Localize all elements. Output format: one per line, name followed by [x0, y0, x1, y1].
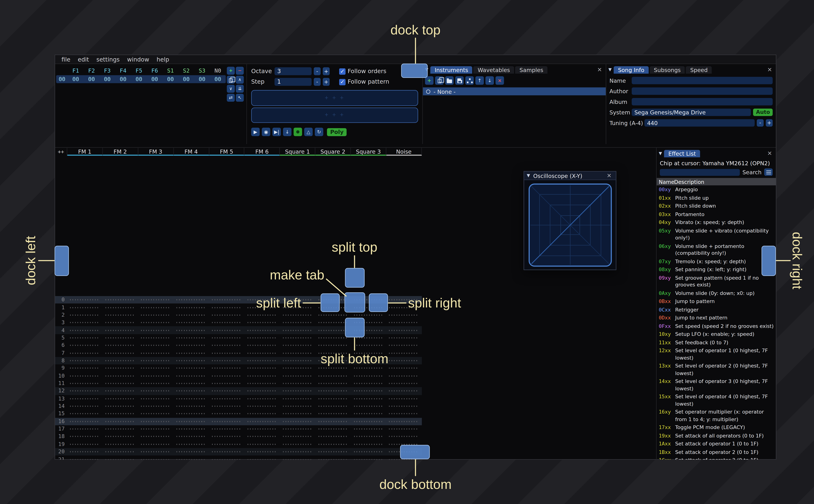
effect-row[interactable]: 0BxxJump to pattern [657, 297, 776, 305]
pattern-cell[interactable] [209, 360, 244, 361]
pattern-cell[interactable] [174, 299, 209, 300]
menu-settings[interactable]: settings [93, 55, 123, 63]
instruments-tab-samples[interactable]: Samples [515, 66, 548, 73]
effect-row[interactable]: 1BxxSet attack of operator 2 (0 to 1F) [657, 448, 776, 456]
order-cell[interactable]: 00 [84, 76, 99, 82]
duplicate-instrument-button[interactable] [435, 76, 444, 85]
pattern-cell[interactable] [67, 299, 103, 300]
song-info-tab-song-info[interactable]: Song Info [614, 66, 649, 73]
pattern-cell[interactable] [315, 391, 351, 392]
pattern-cell[interactable] [386, 368, 422, 369]
pattern-cell[interactable] [67, 322, 103, 323]
pattern-cell[interactable] [209, 413, 244, 414]
pattern-cell[interactable] [209, 406, 244, 407]
pattern-cell[interactable] [386, 413, 422, 414]
pattern-cell[interactable] [245, 413, 280, 414]
pattern-cell[interactable] [174, 398, 209, 399]
pattern-cell[interactable] [67, 436, 103, 437]
auto-system-button[interactable]: Auto [753, 108, 773, 116]
pattern-cell[interactable] [209, 421, 244, 422]
pattern-cell[interactable] [67, 391, 103, 392]
pattern-cell[interactable] [103, 314, 138, 316]
effect-row[interactable]: 06xyVolume slide + portamento (compatibi… [657, 242, 776, 257]
pattern-cell[interactable] [280, 406, 315, 407]
pattern-cell[interactable] [67, 375, 103, 376]
pattern-cell[interactable] [280, 368, 315, 369]
pattern-cell[interactable] [245, 314, 280, 316]
pattern-cell[interactable] [209, 375, 244, 376]
pattern-cell[interactable] [280, 436, 315, 437]
pattern-cell[interactable] [386, 360, 422, 361]
pattern-cell[interactable] [174, 383, 209, 384]
collapse-icon[interactable]: ▼ [527, 173, 530, 178]
pattern-cell[interactable] [315, 368, 351, 369]
pattern-cell[interactable] [245, 421, 280, 422]
effect-row[interactable]: 01xxPitch slide up [657, 194, 776, 202]
effect-row[interactable]: 13xxSet level of operator 2 (0 highest, … [657, 362, 776, 377]
pattern-cell[interactable] [386, 398, 422, 399]
pattern-cell[interactable] [280, 330, 315, 331]
pattern-cell[interactable] [103, 436, 138, 437]
pattern-cell[interactable] [351, 459, 386, 460]
close-icon[interactable]: × [766, 66, 774, 73]
order-cell[interactable]: 00 [147, 76, 163, 82]
pattern-cell[interactable] [67, 451, 103, 452]
effect-row[interactable]: 0DxxJump to next pattern [657, 314, 776, 322]
pattern-cell[interactable] [67, 345, 103, 346]
pattern-cell[interactable] [280, 421, 315, 422]
effect-row[interactable]: 0CxxRetrigger [657, 305, 776, 314]
pattern-cell[interactable] [351, 451, 386, 452]
pattern-cell[interactable] [209, 345, 244, 346]
pattern-cell[interactable] [138, 406, 174, 407]
pattern-cell[interactable] [386, 383, 422, 384]
pattern-cell[interactable] [351, 428, 386, 430]
song-info-tab-subsongs[interactable]: Subsongs [650, 66, 685, 73]
effect-row[interactable]: 11xxSet feedback (0 to 7) [657, 338, 776, 347]
pattern-cell[interactable] [138, 314, 174, 316]
pattern-cell[interactable] [103, 406, 138, 407]
tuning-decrease-button[interactable]: - [757, 119, 764, 126]
order-cell[interactable]: 00 [99, 76, 115, 82]
pattern-cell[interactable] [351, 436, 386, 437]
pattern-cell[interactable] [103, 451, 138, 452]
close-icon[interactable]: × [766, 150, 774, 157]
dock-target-left[interactable] [55, 246, 69, 276]
pattern-cell[interactable] [103, 459, 138, 460]
effect-row[interactable]: 00xyArpeggio [657, 185, 776, 194]
pattern-cell[interactable] [245, 330, 280, 331]
pattern-cell[interactable] [174, 360, 209, 361]
octave-input[interactable]: 3 [274, 67, 311, 75]
effect-row[interactable]: 19xxSet attack of all operators (0 to 1F… [657, 431, 776, 440]
pattern-cell[interactable] [315, 421, 351, 422]
pattern-cell[interactable] [67, 337, 103, 338]
pattern-cell[interactable] [386, 337, 422, 338]
pattern-cell[interactable] [103, 398, 138, 399]
move-instrument-up-button[interactable]: ↑ [476, 76, 484, 85]
pattern-cell[interactable] [67, 398, 103, 399]
pattern-cell[interactable] [351, 368, 386, 369]
pattern-cell[interactable] [174, 314, 209, 316]
order-cell[interactable]: 00 [210, 76, 226, 82]
effect-row[interactable]: 0FxxSet speed (speed 2 if no grooves exi… [657, 322, 776, 330]
pattern-cell[interactable] [315, 375, 351, 376]
pattern-cell[interactable] [386, 436, 422, 437]
edit-record-button[interactable] [294, 128, 302, 136]
menu-window[interactable]: window [123, 55, 153, 63]
add-order-button[interactable]: + [227, 67, 235, 75]
pattern-cell[interactable] [209, 436, 244, 437]
pattern-cell[interactable] [174, 428, 209, 430]
pattern-cell[interactable] [245, 444, 280, 445]
save-instrument-button[interactable] [455, 76, 464, 85]
pattern-cell[interactable] [138, 398, 174, 399]
poly-toggle[interactable]: Poly [327, 128, 347, 136]
pattern-cell[interactable] [351, 421, 386, 422]
effect-row[interactable]: 0AxyVolume slide (0y: down; x0: up) [657, 289, 776, 297]
pattern-cell[interactable] [245, 398, 280, 399]
pattern-cell[interactable] [245, 368, 280, 369]
pattern-cell[interactable] [351, 337, 386, 338]
pattern-cell[interactable] [386, 353, 422, 354]
pattern-cell[interactable] [351, 444, 386, 445]
pattern-cell[interactable] [245, 459, 280, 460]
song-info-tab-speed[interactable]: Speed [686, 66, 712, 73]
pattern-cell[interactable] [315, 428, 351, 430]
